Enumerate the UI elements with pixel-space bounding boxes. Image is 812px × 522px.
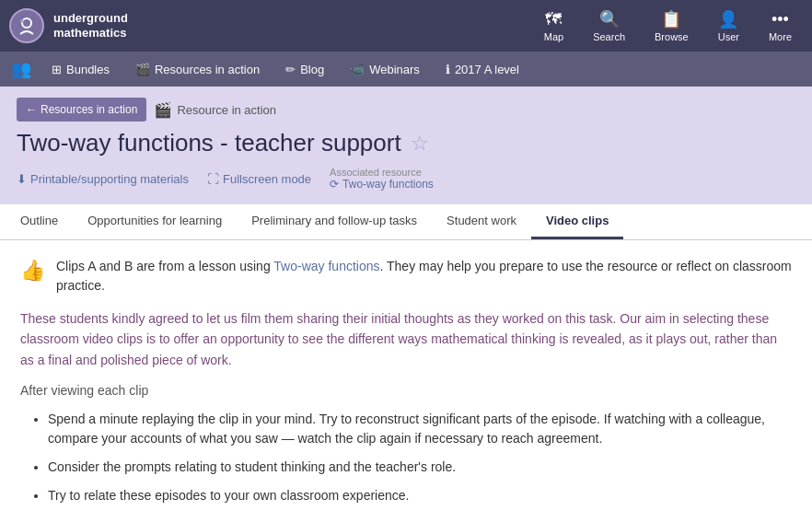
user-nav-item[interactable]: 👤 User bbox=[707, 6, 750, 46]
page-title-row: Two-way functions - teacher support ☆ bbox=[17, 129, 795, 157]
fullscreen-icon: ⛶ bbox=[207, 172, 219, 186]
favourite-icon[interactable]: ☆ bbox=[411, 132, 429, 156]
search-nav-item[interactable]: 🔍 Search bbox=[582, 6, 636, 46]
main-content: 👍 Clips A and B are from a lesson using … bbox=[0, 240, 812, 522]
site-name[interactable]: underground mathematics bbox=[53, 11, 128, 40]
resources-in-action-link[interactable]: 🎬 Resources in action bbox=[124, 57, 271, 82]
blog-link[interactable]: ✏ Blog bbox=[274, 57, 335, 82]
bullet-item-3: Try to relate these episodes to your own… bbox=[48, 486, 792, 505]
fullscreen-link[interactable]: ⛶ Fullscreen mode bbox=[207, 172, 311, 186]
two-way-functions-link[interactable]: Two-way functions bbox=[273, 259, 379, 273]
alevel-link[interactable]: ℹ 2017 A level bbox=[435, 57, 530, 82]
tab-student-work[interactable]: Student work bbox=[432, 204, 531, 239]
thumbs-up-icon: 👍 bbox=[20, 259, 45, 283]
arrow-left-icon: ← bbox=[26, 103, 37, 116]
clapperboard-icon: 🎬 bbox=[154, 101, 172, 119]
svg-point-0 bbox=[22, 18, 31, 28]
student-icon: 👥 bbox=[11, 59, 31, 79]
refresh-icon: ⟳ bbox=[330, 178, 339, 191]
tabs-bar: Outline Opportunities for learning Preli… bbox=[0, 203, 812, 240]
blog-icon: ✏ bbox=[285, 63, 296, 76]
bullet-item-1: Spend a minute replaying the clip in you… bbox=[48, 410, 792, 448]
tab-preliminary[interactable]: Preliminary and follow-up tasks bbox=[237, 204, 432, 239]
header-area: ← Resources in action 🎬 Resource in acti… bbox=[0, 87, 812, 203]
second-navigation: 👥 ⊞ Bundles 🎬 Resources in action ✏ Blog… bbox=[0, 52, 812, 87]
action-links: ⬇ Printable/supporting materials ⛶ Fulls… bbox=[17, 167, 795, 191]
more-nav-item[interactable]: ••• More bbox=[758, 6, 803, 46]
top-navigation: underground mathematics 🗺 Map 🔍 Search 📋… bbox=[0, 0, 812, 52]
bullet-list: Spend a minute replaying the clip in you… bbox=[48, 410, 792, 505]
map-icon: 🗺 bbox=[545, 10, 562, 29]
logo-area: underground mathematics bbox=[9, 8, 533, 43]
info-icon: ℹ bbox=[446, 63, 450, 76]
bundles-icon: ⊞ bbox=[52, 63, 62, 76]
map-nav-item[interactable]: 🗺 Map bbox=[533, 6, 574, 46]
search-icon: 🔍 bbox=[599, 9, 620, 29]
bullet-item-2: Consider the prompts relating to student… bbox=[48, 458, 792, 477]
top-nav-icons: 🗺 Map 🔍 Search 📋 Browse 👤 User ••• More bbox=[533, 6, 803, 46]
back-button[interactable]: ← Resources in action bbox=[17, 98, 146, 122]
intro-paragraph: Clips A and B are from a lesson using Tw… bbox=[56, 257, 792, 296]
breadcrumb-row: ← Resources in action 🎬 Resource in acti… bbox=[17, 98, 795, 122]
tab-video-clips[interactable]: Video clips bbox=[531, 204, 623, 239]
tab-outline[interactable]: Outline bbox=[6, 204, 73, 239]
svg-point-1 bbox=[20, 19, 24, 23]
more-icon: ••• bbox=[771, 10, 789, 29]
tab-opportunities[interactable]: Opportunities for learning bbox=[73, 204, 237, 239]
user-icon: 👤 bbox=[718, 9, 738, 29]
film-icon: 🎬 bbox=[135, 63, 150, 76]
after-viewing-label: After viewing each clip bbox=[20, 381, 792, 400]
browse-icon: 📋 bbox=[661, 9, 681, 29]
logo-icon[interactable] bbox=[9, 8, 44, 43]
download-icon: ⬇ bbox=[17, 172, 27, 186]
associated-resource-link[interactable]: ⟳ Two-way functions bbox=[330, 178, 434, 191]
print-materials-link[interactable]: ⬇ Printable/supporting materials bbox=[17, 172, 189, 186]
page-title: Two-way functions - teacher support bbox=[17, 129, 401, 157]
purple-paragraph: These students kindly agreed to let us f… bbox=[20, 308, 792, 370]
intro-block: 👍 Clips A and B are from a lesson using … bbox=[20, 257, 792, 296]
browse-nav-item[interactable]: 📋 Browse bbox=[644, 6, 700, 46]
webinars-icon: 📹 bbox=[350, 63, 365, 76]
associated-resource: Associated resource ⟳ Two-way functions bbox=[330, 167, 434, 191]
webinars-link[interactable]: 📹 Webinars bbox=[339, 57, 431, 82]
bundles-link[interactable]: ⊞ Bundles bbox=[41, 57, 121, 82]
resource-label: 🎬 Resource in action bbox=[154, 101, 276, 119]
